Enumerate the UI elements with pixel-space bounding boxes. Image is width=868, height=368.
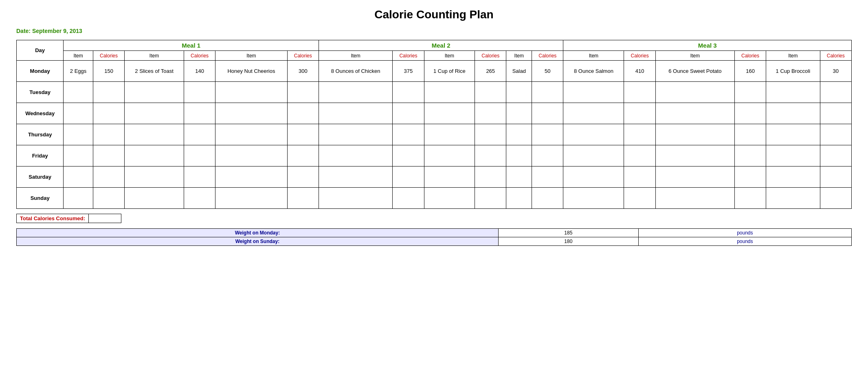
sunday-row: Sunday — [17, 188, 852, 209]
m1-cal1-header: Calories — [93, 51, 124, 61]
m1-item1-header: Item — [64, 51, 93, 61]
tue-m1-cal1 — [93, 82, 124, 103]
tue-m3-item1 — [563, 82, 624, 103]
tue-m2-item2 — [424, 82, 475, 103]
tuesday-label: Tuesday — [17, 82, 64, 103]
tue-m1-cal3 — [287, 82, 319, 103]
tue-m3-cal2 — [734, 82, 766, 103]
total-table: Total Calories Consumed: — [16, 214, 121, 223]
m1-item3-header: Item — [215, 51, 287, 61]
tue-m3-cal3 — [820, 82, 851, 103]
monday-label: Monday — [17, 61, 64, 82]
calorie-table: Day Meal 1 Meal 2 Meal 3 Item Calories I… — [16, 40, 852, 209]
mon-m1-item2: 2 Slices of Toast — [125, 61, 184, 82]
tue-m1-item3 — [215, 82, 287, 103]
day-column-header: Day — [17, 40, 64, 61]
mon-m3-item3: 1 Cup Broccoli — [766, 61, 820, 82]
weight-section: Weight on Monday: 185 pounds Weight on S… — [16, 228, 852, 246]
weight-sunday-value: 180 — [498, 237, 638, 246]
thursday-row: Thursday — [17, 124, 852, 145]
weight-monday-value: 185 — [498, 229, 638, 237]
total-section: Total Calories Consumed: — [16, 214, 121, 223]
m2-item1-header: Item — [319, 51, 392, 61]
tue-m1-cal2 — [184, 82, 215, 103]
m1-item2-header: Item — [125, 51, 184, 61]
friday-label: Friday — [17, 145, 64, 166]
m3-cal3-header: Calories — [820, 51, 851, 61]
friday-row: Friday — [17, 145, 852, 166]
tue-m2-cal1 — [393, 82, 424, 103]
tue-m2-cal2 — [475, 82, 506, 103]
mon-m2-cal1: 375 — [393, 61, 424, 82]
thursday-label: Thursday — [17, 124, 64, 145]
weight-monday-row: Weight on Monday: 185 pounds — [17, 229, 852, 237]
m3-item2-header: Item — [655, 51, 734, 61]
m2-item2-header: Item — [424, 51, 475, 61]
saturday-label: Saturday — [17, 166, 64, 188]
mon-m1-cal2: 140 — [184, 61, 215, 82]
m1-cal2-header: Calories — [184, 51, 215, 61]
wednesday-label: Wednesday — [17, 103, 64, 124]
weight-sunday-unit: pounds — [638, 237, 851, 246]
weight-monday-label: Weight on Monday: — [17, 229, 499, 237]
tue-m3-item3 — [766, 82, 820, 103]
m2-item3-header: Item — [506, 51, 532, 61]
m3-cal1-header: Calories — [624, 51, 655, 61]
total-value[interactable] — [89, 214, 121, 223]
m2-cal1-header: Calories — [393, 51, 424, 61]
mon-m3-cal1: 410 — [624, 61, 655, 82]
mon-m1-cal1: 150 — [93, 61, 124, 82]
tuesday-row: Tuesday — [17, 82, 852, 103]
weight-sunday-label: Weight on Sunday: — [17, 237, 499, 246]
mon-m2-cal3: 50 — [532, 61, 563, 82]
weight-table: Weight on Monday: 185 pounds Weight on S… — [16, 228, 852, 246]
mon-m2-item3: Salad — [506, 61, 532, 82]
mon-m1-cal3: 300 — [287, 61, 319, 82]
mon-m3-item2: 6 Ounce Sweet Potato — [655, 61, 734, 82]
mon-m1-item1: 2 Eggs — [64, 61, 93, 82]
date-line: Date: September 9, 2013 — [16, 28, 852, 34]
tue-m2-item1 — [319, 82, 392, 103]
m2-cal3-header: Calories — [532, 51, 563, 61]
meal3-header: Meal 3 — [563, 40, 852, 51]
mon-m3-cal3: 30 — [820, 61, 851, 82]
weight-monday-unit: pounds — [638, 229, 851, 237]
tue-m2-item3 — [506, 82, 532, 103]
m2-cal2-header: Calories — [475, 51, 506, 61]
mon-m3-item1: 8 Ounce Salmon — [563, 61, 624, 82]
mon-m2-item2: 1 Cup of Rice — [424, 61, 475, 82]
m1-cal3-header: Calories — [287, 51, 319, 61]
total-label: Total Calories Consumed: — [17, 214, 89, 223]
tue-m1-item2 — [125, 82, 184, 103]
m3-item3-header: Item — [766, 51, 820, 61]
tue-m2-cal3 — [532, 82, 563, 103]
mon-m2-item1: 8 Ounces of Chicken — [319, 61, 392, 82]
tue-m3-cal1 — [624, 82, 655, 103]
saturday-row: Saturday — [17, 166, 852, 188]
monday-row: Monday 2 Eggs 150 2 Slices of Toast 140 … — [17, 61, 852, 82]
mon-m1-item3: Honey Nut Cheerios — [215, 61, 287, 82]
mon-m2-cal2: 265 — [475, 61, 506, 82]
weight-sunday-row: Weight on Sunday: 180 pounds — [17, 237, 852, 246]
sunday-label: Sunday — [17, 188, 64, 209]
tue-m3-item2 — [655, 82, 734, 103]
page-title: Calorie Counting Plan — [16, 8, 852, 21]
m3-item1-header: Item — [563, 51, 624, 61]
total-row: Total Calories Consumed: — [17, 214, 121, 223]
m3-cal2-header: Calories — [734, 51, 766, 61]
meal2-header: Meal 2 — [319, 40, 563, 51]
meal1-header: Meal 1 — [64, 40, 319, 51]
tue-m1-item1 — [64, 82, 93, 103]
mon-m3-cal2: 160 — [734, 61, 766, 82]
wednesday-row: Wednesday — [17, 103, 852, 124]
